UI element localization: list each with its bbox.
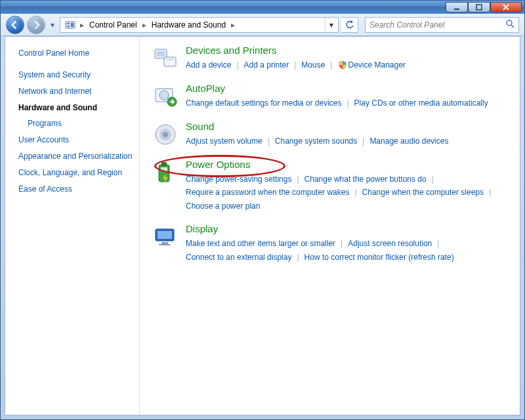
svg-rect-0 [454,9,459,10]
category-sound: SoundAdjust system volume|Change system … [152,121,508,148]
link-separator: | [330,58,332,72]
link-separator: | [297,251,299,264]
refresh-button[interactable] [341,17,358,33]
control-panel-icon [64,19,76,31]
maximize-button[interactable] [468,2,490,12]
task-link[interactable]: Play CDs or other media automatically [354,96,488,110]
task-link[interactable]: Change what the power buttons do [304,173,427,186]
svg-rect-22 [161,242,168,244]
sidebar-item-clock-language-and-region[interactable]: Clock, Language, and Region [18,167,134,178]
task-link[interactable]: Device Manager [348,58,406,72]
content-area: Control Panel Home System and SecurityNe… [5,36,520,415]
window: ▾ ▸ Control Panel ▸ Hardware and Sound ▸… [0,0,525,420]
autoplay-icon[interactable] [152,83,179,110]
link-separator: | [489,186,491,199]
svg-rect-21 [158,231,172,239]
category-devices-printers: Devices and PrintersAdd a device|Add a p… [152,45,508,72]
link-separator: | [354,186,356,199]
category-power: Power OptionsChange power-saving setting… [152,159,508,213]
link-separator: | [346,96,348,110]
link-separator: | [437,237,439,250]
window-controls [446,1,522,14]
svg-rect-4 [67,26,70,27]
svg-point-12 [159,91,169,100]
search-placeholder: Search Control Panel [369,20,444,30]
task-link[interactable]: Add a printer [244,58,289,72]
shield-icon [338,60,347,70]
svg-rect-8 [157,51,165,56]
category-autoplay: AutoPlayChange default settings for medi… [152,83,508,110]
category-title[interactable]: Devices and Printers [186,45,508,56]
breadcrumb-chevron-icon[interactable]: ▸ [141,20,148,30]
category-links: Add a device|Add a printer|Mouse|Device … [186,58,508,72]
svg-rect-17 [159,165,169,182]
link-separator: | [432,173,434,186]
sidebar-item-appearance-and-personalization[interactable]: Appearance and Personalization [18,151,134,162]
sidebar-item-programs[interactable]: Programs [28,118,134,129]
title-bar [1,1,524,14]
link-separator: | [297,173,299,186]
svg-rect-10 [167,58,173,60]
nav-history-dropdown[interactable]: ▾ [48,18,57,32]
sidebar-item-ease-of-access[interactable]: Ease of Access [18,184,134,195]
sound-icon[interactable] [152,121,179,148]
link-separator: | [268,135,270,148]
svg-point-6 [507,20,512,26]
svg-rect-18 [161,162,167,166]
display-icon[interactable] [152,223,179,251]
svg-rect-19 [161,167,167,171]
task-link[interactable]: Change power-saving settings [186,173,291,186]
breadcrumb-chevron-icon[interactable]: ▸ [79,20,85,30]
task-link[interactable]: Adjust system volume [186,135,262,148]
link-separator: | [341,237,343,250]
task-link[interactable]: Choose a power plan [186,200,260,213]
task-link[interactable]: Change system sounds [275,135,357,148]
link-separator: | [294,58,296,72]
power-icon[interactable] [152,159,179,186]
sidebar-item-user-accounts[interactable]: User Accounts [18,135,134,146]
sidebar-item-network-and-internet[interactable]: Network and Internet [18,86,134,97]
category-display: DisplayMake text and other items larger … [152,223,508,264]
sidebar-home-link[interactable]: Control Panel Home [18,49,134,58]
sidebar: Control Panel Home System and SecurityNe… [5,37,140,415]
sidebar-item-hardware-and-sound[interactable]: Hardware and Sound [18,102,134,114]
breadcrumb-segment[interactable]: Control Panel [85,18,141,32]
breadcrumb-bar[interactable]: ▸ Control Panel ▸ Hardware and Sound ▸ ▾ [60,17,339,33]
link-separator: | [236,58,238,72]
back-button[interactable] [6,16,24,34]
task-link[interactable]: Adjust screen resolution [348,237,432,250]
category-title[interactable]: Power Options [186,159,508,170]
task-link[interactable]: Change default settings for media or dev… [186,96,341,110]
task-link[interactable]: Manage audio devices [369,135,448,148]
task-link[interactable]: Change when the computer sleeps [362,186,484,199]
category-title[interactable]: Sound [186,121,508,132]
sidebar-item-system-and-security[interactable]: System and Security [18,70,134,81]
main-panel: Devices and PrintersAdd a device|Add a p… [140,37,520,415]
search-input[interactable]: Search Control Panel [365,17,519,33]
link-separator: | [362,135,364,148]
svg-rect-3 [67,23,70,24]
nav-bar: ▾ ▸ Control Panel ▸ Hardware and Sound ▸… [1,14,524,36]
svg-rect-23 [159,244,171,245]
task-link[interactable]: Add a device [186,58,231,72]
category-title[interactable]: AutoPlay [186,83,508,94]
close-button[interactable] [490,2,522,12]
forward-button[interactable] [27,16,45,34]
breadcrumb-chevron-icon[interactable]: ▸ [230,20,236,30]
task-link[interactable]: Require a password when the computer wak… [186,186,349,199]
svg-rect-1 [476,5,482,10]
breadcrumb-segment[interactable]: Hardware and Sound [148,18,230,32]
category-links: Change default settings for media or dev… [186,96,508,110]
task-link[interactable]: Connect to an external display [186,251,291,264]
task-link[interactable]: How to correct monitor flicker (refresh … [304,251,454,264]
task-link[interactable]: Make text and other items larger or smal… [186,237,335,250]
search-icon [505,19,514,30]
breadcrumb-dropdown[interactable]: ▾ [325,18,337,32]
svg-point-16 [163,132,168,137]
category-links: Change power-saving settings|Change what… [186,173,508,213]
svg-rect-5 [71,23,74,27]
category-title[interactable]: Display [186,223,508,234]
devices-printers-icon[interactable] [152,45,179,72]
task-link[interactable]: Mouse [301,58,325,72]
minimize-button[interactable] [446,2,468,12]
